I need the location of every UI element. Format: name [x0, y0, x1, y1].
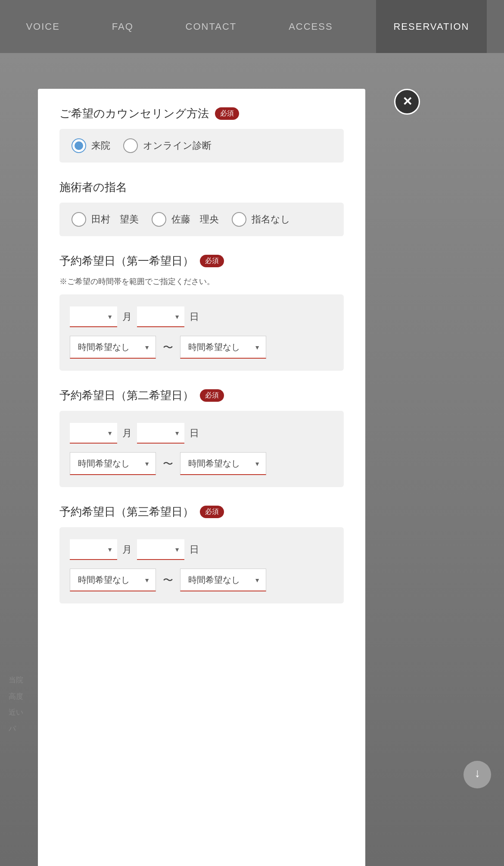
radio-online-circle: [123, 138, 138, 153]
section4-month-label: 月: [122, 427, 132, 440]
section4-month-select[interactable]: 123 456 789 101112: [70, 423, 117, 444]
section4-date-row: 123 456 789 101112 月 12345 日: [70, 423, 333, 444]
close-button[interactable]: ✕: [394, 89, 420, 115]
bg-content: ✕ ご希望のカウンセリング方法 必須 来院 オンライン診断: [0, 53, 504, 866]
section3-date-row: 123 456 789 101112 月 12345 678910: [70, 306, 333, 327]
option-online-label: オンライン診断: [143, 139, 212, 152]
section4-date-box: 123 456 789 101112 月 12345 日: [59, 411, 344, 487]
section3-day-label: 日: [190, 310, 199, 323]
section5-title-text: 予約希望日（第三希望日）: [59, 504, 194, 519]
section4-time-from-select[interactable]: 時間希望なし 9:0010:0011:00: [70, 452, 156, 475]
scroll-up-button[interactable]: ↑: [464, 761, 491, 788]
section3-date-box: 123 456 789 101112 月 12345 678910: [59, 294, 344, 371]
section2-title: 施術者の指名: [59, 180, 344, 195]
section5-required-badge: 必須: [200, 506, 224, 518]
radio-tamura-circle: [72, 212, 86, 227]
section5-time-to-select[interactable]: 時間希望なし 9:0010:0011:00: [180, 569, 266, 591]
section3-time-row: 時間希望なし 9:0010:0011:00 12:0013:0014:00 〜 …: [70, 336, 333, 359]
section5-time-to-wrapper: 時間希望なし 9:0010:0011:00: [180, 569, 266, 591]
section5-date-box: 123 456 月 12345 日: [59, 527, 344, 603]
section5-day-select[interactable]: 12345: [137, 539, 184, 560]
bg-text-3: 近い: [9, 704, 23, 720]
scroll-up-icon: ↑: [474, 768, 480, 782]
nav-contact[interactable]: CONTACT: [177, 21, 246, 32]
section4-month-wrapper: 123 456 789 101112: [70, 423, 117, 444]
nav-reservation[interactable]: RESERVATION: [376, 0, 486, 53]
section4-tilde: 〜: [163, 457, 173, 471]
section5-tilde: 〜: [163, 573, 173, 587]
section-counseling-method: ご希望のカウンセリング方法 必須 来院 オンライン診断: [59, 106, 344, 163]
section4-title-text: 予約希望日（第二希望日）: [59, 388, 194, 403]
section3-day-wrapper: 12345 678910: [137, 306, 184, 327]
section5-time-row: 時間希望なし 9:0010:0011:00 〜 時間希望なし 9:0010:00…: [70, 569, 333, 591]
option-tamura-label: 田村 望美: [91, 213, 139, 226]
section4-day-label: 日: [190, 427, 199, 440]
section4-time-row: 時間希望なし 9:0010:0011:00 〜 時間希望なし 9:0010:00…: [70, 452, 333, 475]
option-visit[interactable]: 来院: [72, 138, 110, 153]
section-date1: 予約希望日（第一希望日） 必須 ※ご希望の時間帯を範囲でご指定ください。 123…: [59, 253, 344, 371]
section4-time-to-wrapper: 時間希望なし 9:0010:0011:00: [180, 452, 266, 475]
section3-title: 予約希望日（第一希望日） 必須: [59, 253, 344, 269]
section3-tilde: 〜: [163, 341, 173, 354]
nav-bar: VOICE FAQ CONTACT ACCESS RESERVATION: [0, 0, 504, 53]
section5-title: 予約希望日（第三希望日） 必須: [59, 504, 344, 519]
section1-required-badge: 必須: [215, 107, 239, 120]
section4-time-from-wrapper: 時間希望なし 9:0010:0011:00: [70, 452, 156, 475]
section3-month-wrapper: 123 456 789 101112: [70, 306, 117, 327]
section1-title-text: ご希望のカウンセリング方法: [59, 106, 209, 121]
section5-month-wrapper: 123 456: [70, 539, 117, 560]
radio-no-pref-circle: [232, 212, 246, 227]
section5-time-from-wrapper: 時間希望なし 9:0010:0011:00: [70, 569, 156, 591]
bg-text-1: 当院: [9, 672, 23, 688]
section3-month-select[interactable]: 123 456 789 101112: [70, 306, 117, 327]
section3-time-to-wrapper: 時間希望なし 9:0010:0011:00 12:0013:0014:00: [180, 336, 266, 359]
bg-text-4: パ: [9, 721, 23, 737]
section5-month-select[interactable]: 123 456: [70, 539, 117, 560]
section3-month-label: 月: [122, 310, 132, 323]
nav-access[interactable]: ACCESS: [280, 21, 341, 32]
bg-text-2: 高度: [9, 688, 23, 704]
section5-month-label: 月: [122, 543, 132, 556]
section3-time-from-wrapper: 時間希望なし 9:0010:0011:00 12:0013:0014:00: [70, 336, 156, 359]
option-no-pref-label: 指名なし: [252, 213, 290, 226]
section3-note: ※ご希望の時間帯を範囲でご指定ください。: [59, 276, 344, 287]
section5-day-wrapper: 12345: [137, 539, 184, 560]
section3-time-to-select[interactable]: 時間希望なし 9:0010:0011:00 12:0013:0014:00: [180, 336, 266, 359]
section1-title: ご希望のカウンセリング方法 必須: [59, 106, 344, 121]
close-icon: ✕: [402, 96, 412, 108]
section2-title-text: 施術者の指名: [59, 180, 127, 195]
section4-time-to-select[interactable]: 時間希望なし 9:0010:0011:00: [180, 452, 266, 475]
section4-day-select[interactable]: 12345: [137, 423, 184, 444]
section-date3: 予約希望日（第三希望日） 必須 123 456 月: [59, 504, 344, 603]
option-visit-label: 来院: [91, 139, 110, 152]
nav-faq[interactable]: FAQ: [103, 21, 142, 32]
section3-required-badge: 必須: [200, 255, 224, 267]
section5-time-from-select[interactable]: 時間希望なし 9:0010:0011:00: [70, 569, 156, 591]
section3-title-text: 予約希望日（第一希望日）: [59, 253, 194, 269]
section-practitioner: 施術者の指名 田村 望美 佐藤 理央 指名なし: [59, 180, 344, 236]
radio-visit-circle: [72, 138, 86, 153]
option-no-preference[interactable]: 指名なし: [232, 212, 290, 227]
bg-left-texts: 当院 高度 近い パ: [9, 672, 23, 737]
option-sato-label: 佐藤 理央: [171, 213, 219, 226]
radio-sato-circle: [152, 212, 166, 227]
section4-day-wrapper: 12345: [137, 423, 184, 444]
section4-required-badge: 必須: [200, 389, 224, 402]
option-online[interactable]: オンライン診断: [123, 138, 212, 153]
section-date2: 予約希望日（第二希望日） 必須 123 456 789 101112 月: [59, 388, 344, 487]
option-tamura[interactable]: 田村 望美: [72, 212, 139, 227]
section3-time-from-select[interactable]: 時間希望なし 9:0010:0011:00 12:0013:0014:00: [70, 336, 156, 359]
section5-day-label: 日: [190, 543, 199, 556]
section3-day-select[interactable]: 12345 678910: [137, 306, 184, 327]
section4-title: 予約希望日（第二希望日） 必須: [59, 388, 344, 403]
section2-radio-group: 田村 望美 佐藤 理央 指名なし: [59, 203, 344, 236]
option-sato[interactable]: 佐藤 理央: [152, 212, 219, 227]
modal-overlay: ご希望のカウンセリング方法 必須 来院 オンライン診断 施術者の指名: [38, 89, 365, 866]
nav-voice[interactable]: VOICE: [17, 21, 68, 32]
section5-date-row: 123 456 月 12345 日: [70, 539, 333, 560]
section1-radio-group: 来院 オンライン診断: [59, 129, 344, 163]
